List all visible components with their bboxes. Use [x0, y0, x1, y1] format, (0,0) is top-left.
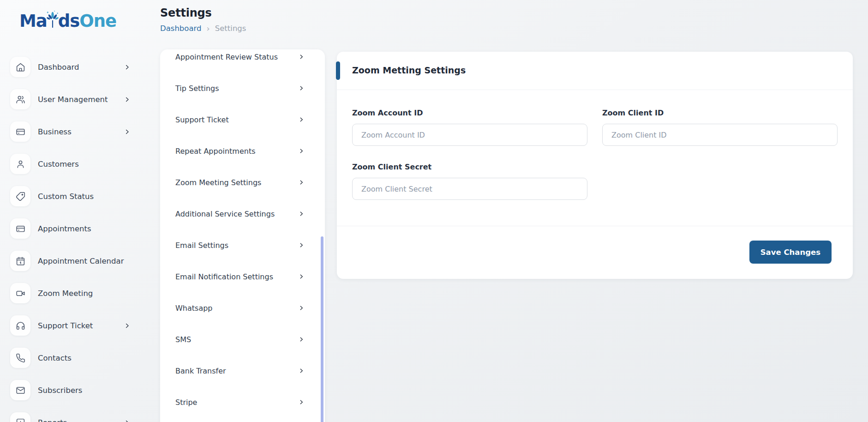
page-title: Settings [160, 6, 246, 19]
settings-menu-item-support-ticket[interactable]: Support Ticket [160, 104, 325, 135]
sidebar-item-appointment-calendar[interactable]: Appointment Calendar [0, 245, 146, 277]
settings-menu-item-bank-transfer[interactable]: Bank Transfer [160, 355, 325, 386]
breadcrumb: Dashboard › Settings [160, 24, 246, 33]
calendar-icon [10, 251, 30, 271]
settings-menu-item-label: Stripe [175, 398, 197, 407]
sidebar-item-label: User Management [38, 95, 124, 104]
zoom-client-secret-label: Zoom Client Secret [352, 163, 587, 172]
card-footer: Save Changes [337, 226, 853, 279]
card-title: Zoom Metting Settings [352, 65, 838, 76]
chevron-right-icon [298, 399, 305, 405]
users-icon [10, 89, 30, 109]
sidebar-item-zoom-meeting[interactable]: Zoom Meeting [0, 277, 146, 309]
settings-menu-item-label: Support Ticket [175, 115, 229, 124]
sidebar-item-label: Subscribers [38, 386, 131, 395]
save-changes-button[interactable]: Save Changes [749, 241, 832, 264]
chevron-right-icon [298, 211, 305, 217]
settings-menu-item-repeat-appointments[interactable]: Repeat Appointments [160, 135, 325, 167]
sidebar-item-label: Custom Status [38, 192, 131, 201]
settings-menu-item-email-notification-settings[interactable]: Email Notification Settings [160, 261, 325, 292]
settings-menu-item-label: Bank Transfer [175, 367, 226, 375]
chevron-right-icon [298, 116, 305, 123]
sidebar-item-contacts[interactable]: Contacts [0, 342, 146, 374]
settings-menu-item-stripe[interactable]: Stripe [160, 386, 325, 418]
settings-menu-item-label: Email Settings [175, 241, 228, 250]
header-accent-bar [336, 61, 340, 80]
settings-menu-item-label: Whatsapp [175, 304, 213, 313]
settings-menu-item-sms[interactable]: SMS [160, 324, 325, 355]
credit-card-icon [10, 218, 30, 239]
card-header: Zoom Metting Settings [337, 52, 853, 90]
menu-scrollbar-thumb[interactable] [321, 236, 323, 422]
sidebar-item-business[interactable]: Business [0, 115, 146, 148]
zoom-client-secret-field-group: Zoom Client Secret [352, 163, 587, 200]
tag-icon [10, 186, 30, 206]
mail-icon [10, 380, 30, 400]
chevron-right-icon [298, 273, 305, 280]
chevron-right-icon [124, 96, 131, 103]
sidebar-item-label: Appointment Calendar [38, 257, 131, 265]
breadcrumb-current: Settings [215, 24, 246, 33]
settings-menu-item-tip-settings[interactable]: Tip Settings [160, 72, 325, 104]
settings-menu-item-email-settings[interactable]: Email Settings [160, 229, 325, 261]
breadcrumb-dashboard-link[interactable]: Dashboard [160, 24, 202, 33]
zoom-account-id-label: Zoom Account ID [352, 109, 587, 118]
zoom-account-id-field-group: Zoom Account ID [352, 109, 587, 146]
sidebar: Ma ds One Dashboard [0, 0, 146, 422]
settings-menu-item-label: Tip Settings [175, 84, 219, 93]
settings-menu-item-appointment-review-status[interactable]: Appointment Review Status [160, 49, 325, 72]
chevron-right-icon [124, 419, 131, 422]
breadcrumb-separator-icon: › [207, 24, 210, 33]
phone-icon [10, 348, 30, 368]
chevron-right-icon [298, 242, 305, 248]
logo-text-one: One [79, 12, 116, 33]
card-body: Zoom Account ID Zoom Client ID Zoom Clie… [337, 90, 853, 200]
sidebar-item-dashboard[interactable]: Dashboard [0, 51, 146, 83]
headphones-icon [10, 315, 30, 336]
zoom-account-id-input[interactable] [352, 124, 587, 146]
settings-menu-list: Appointment Review Status Tip Settings S… [160, 49, 325, 418]
chevron-right-icon [298, 54, 305, 60]
chart-icon [10, 412, 30, 422]
feather-duster-icon [47, 5, 59, 33]
chevron-right-icon [124, 128, 131, 135]
sidebar-item-label: Contacts [38, 354, 131, 362]
sidebar-item-customers[interactable]: Customers [0, 148, 146, 180]
sidebar-item-custom-status[interactable]: Custom Status [0, 180, 146, 212]
chevron-right-icon [124, 64, 131, 71]
video-camera-icon [10, 283, 30, 303]
sidebar-nav: Dashboard User Management Business [0, 51, 146, 422]
chevron-right-icon [298, 368, 305, 374]
page-header: Settings Dashboard › Settings [160, 6, 246, 33]
zoom-client-id-input[interactable] [602, 124, 838, 146]
chevron-right-icon [298, 336, 305, 343]
chevron-right-icon [298, 179, 305, 186]
credit-card-icon [10, 121, 30, 142]
settings-menu-item-whatsapp[interactable]: Whatsapp [160, 292, 325, 324]
settings-menu-item-additional-service-settings[interactable]: Additional Service Settings [160, 198, 325, 229]
chevron-right-icon [298, 85, 305, 91]
settings-menu-item-label: SMS [175, 335, 191, 344]
zoom-client-id-label: Zoom Client ID [602, 109, 838, 118]
sidebar-item-label: Appointments [38, 224, 131, 233]
sidebar-item-appointments[interactable]: Appointments [0, 212, 146, 245]
chevron-right-icon [124, 322, 131, 329]
chevron-right-icon [298, 305, 305, 311]
zoom-client-id-field-group: Zoom Client ID [602, 109, 838, 146]
sidebar-item-reports[interactable]: Reports [0, 406, 146, 422]
app-logo[interactable]: Ma ds One [19, 3, 116, 33]
settings-menu-item-label: Zoom Meeting Settings [175, 178, 261, 187]
sidebar-item-support-ticket[interactable]: Support Ticket [0, 309, 146, 342]
sidebar-item-label: Reports [38, 418, 124, 422]
sidebar-item-subscribers[interactable]: Subscribers [0, 374, 146, 406]
logo-text-ds: ds [58, 12, 80, 33]
zoom-client-secret-input[interactable] [352, 178, 587, 200]
sidebar-item-user-management[interactable]: User Management [0, 83, 146, 115]
zoom-settings-card: Zoom Metting Settings Zoom Account ID Zo… [337, 52, 853, 279]
sidebar-item-label: Business [38, 127, 124, 136]
settings-menu-item-label: Repeat Appointments [175, 147, 256, 156]
settings-menu-item-label: Email Notification Settings [175, 272, 273, 281]
sidebar-item-label: Dashboard [38, 63, 124, 72]
settings-menu-item-label: Appointment Review Status [175, 53, 278, 61]
settings-menu-item-zoom-meeting-settings[interactable]: Zoom Meeting Settings [160, 167, 325, 198]
